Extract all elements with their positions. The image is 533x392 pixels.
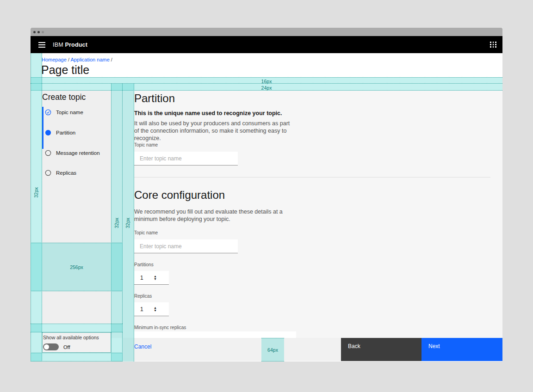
next-button[interactable]: Next	[421, 338, 502, 361]
progress-indicator-line	[42, 107, 43, 149]
min-insync-replicas-input[interactable]	[134, 331, 296, 338]
window-dot-icon	[33, 31, 36, 33]
options-toggle-block: Show all available options Off	[42, 332, 111, 353]
min-insync-replicas-label: Minimum in-sync replicas	[134, 325, 186, 330]
breadcrumb: Homepage / Application name /	[42, 57, 112, 62]
replicas-label: Replicas	[134, 294, 152, 299]
cancel-button[interactable]: Cancel	[134, 343, 151, 350]
replicas-value[interactable]	[134, 306, 153, 312]
toggle-knob	[44, 344, 49, 349]
step-complete-icon	[45, 109, 51, 116]
redline-band-above-toggle	[31, 324, 123, 332]
step-current-icon	[45, 129, 51, 136]
number-stepper-icon[interactable]: ▲▼	[154, 306, 157, 312]
step-incomplete-icon	[45, 150, 51, 156]
topic-name-input[interactable]	[134, 152, 238, 165]
step-topic-name[interactable]: Topic name	[45, 109, 83, 116]
partition-lead-text: This is the unique name used to recogniz…	[134, 110, 282, 116]
core-body-text: We recommend you fill out and evaluate t…	[134, 208, 301, 223]
section-divider	[134, 177, 490, 178]
partitions-label: Partitions	[134, 262, 154, 267]
section-heading-partition: Partition	[134, 92, 175, 105]
browser-chrome-bar	[31, 28, 502, 36]
partition-body-text: It will also be used by your producers a…	[134, 120, 294, 142]
step-replicas[interactable]: Replicas	[45, 170, 76, 176]
product-header: IBM Product	[31, 36, 502, 53]
breadcrumb-link-homepage[interactable]: Homepage	[42, 57, 67, 62]
step-partition[interactable]: Partition	[45, 129, 75, 136]
core-topic-name-input[interactable]	[134, 239, 238, 253]
toggle-state-label: Off	[63, 344, 70, 350]
app-switcher-icon[interactable]	[490, 41, 497, 48]
topic-name-label: Topic name	[134, 142, 158, 147]
number-stepper-icon[interactable]: ▲▼	[154, 275, 157, 280]
redline-gutter-left-32px: 32px	[31, 53, 42, 361]
partitions-value[interactable]	[134, 275, 153, 281]
redline-band-16px: 16px	[31, 77, 502, 84]
wizard-title: Create topic	[42, 92, 86, 102]
redline-band-24px: 24px	[31, 84, 502, 91]
page-frame: IBM Product Homepage / Application name …	[31, 28, 502, 361]
back-button[interactable]: Back	[341, 338, 421, 361]
options-toggle-label: Show all available options	[43, 335, 111, 340]
section-heading-core-configuration: Core configuration	[134, 189, 225, 202]
hamburger-menu-icon[interactable]	[31, 36, 53, 53]
step-message-retention[interactable]: Message retention	[45, 150, 100, 156]
step-incomplete-icon	[45, 170, 51, 176]
topic-name-label: Topic name	[134, 230, 158, 235]
redline-band-below-toggle	[31, 353, 123, 361]
partitions-number-input[interactable]: ▲▼	[134, 271, 169, 285]
window-dot-icon	[37, 31, 40, 33]
page-title: Page title	[41, 63, 89, 77]
wizard-sidebar: Create topic Topic name Partition Messag…	[42, 91, 111, 324]
replicas-number-input[interactable]: ▲▼	[134, 302, 169, 316]
breadcrumb-link-application[interactable]: Application name	[70, 57, 109, 62]
brand-title: IBM Product	[53, 42, 87, 48]
window-dot-icon	[42, 31, 44, 33]
breadcrumb-separator: /	[111, 57, 112, 62]
options-toggle-switch[interactable]	[43, 343, 59, 350]
